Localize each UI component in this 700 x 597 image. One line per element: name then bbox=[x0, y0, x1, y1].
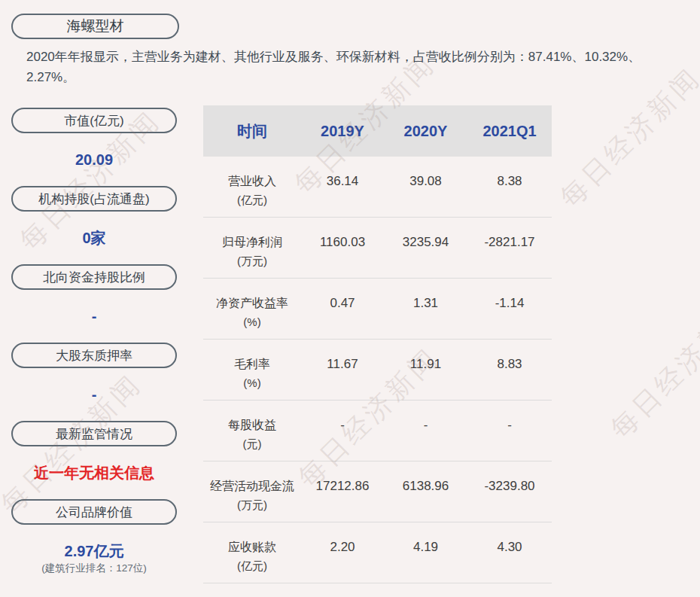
cell-value: 1.31 bbox=[384, 294, 467, 339]
market-cap-value: 20.09 bbox=[11, 151, 177, 169]
cell-value: 4.30 bbox=[467, 538, 552, 583]
row-label: 每股收益(元) bbox=[203, 416, 301, 461]
table-row-operating-cash-flow: 经营活动现金流(万元) 17212.86 6138.96 -3239.80 bbox=[203, 461, 552, 522]
cell-value: - bbox=[384, 416, 467, 461]
brand-value-industry-rank: (建筑行业排名：127位) bbox=[11, 562, 177, 574]
stock-name-label: 海螺型材 bbox=[67, 17, 124, 36]
cell-value: 6138.96 bbox=[384, 477, 467, 522]
cell-value: 3235.94 bbox=[384, 233, 467, 278]
row-label: 归母净利润(万元) bbox=[203, 233, 301, 278]
business-description: 2020年年报显示，主营业务为建材、其他行业及服务、环保新材料，占营收比例分别为… bbox=[26, 47, 689, 87]
table-header-2021q1: 2021Q1 bbox=[467, 123, 552, 140]
major-shareholder-pledge-value: - bbox=[11, 385, 177, 404]
northbound-holding-label: 北向资金持股比例 bbox=[43, 269, 145, 286]
regulatory-status-pill[interactable]: 最新监管情况 bbox=[11, 421, 177, 446]
metric-block-brand-value: 公司品牌价值 2.97亿元 (建筑行业排名：127位) bbox=[11, 499, 177, 574]
table-row-gross-margin: 毛利率(%) 11.67 11.91 8.83 bbox=[203, 340, 552, 401]
cell-value: 11.67 bbox=[301, 355, 384, 400]
table-row-net-profit: 归母净利润(万元) 1160.03 3235.94 -2821.17 bbox=[203, 218, 552, 279]
metric-block-northbound-holding: 北向资金持股比例 - bbox=[11, 264, 177, 325]
table-header-2020y: 2020Y bbox=[384, 123, 467, 140]
cell-value: 4.19 bbox=[384, 538, 467, 583]
metric-block-regulatory-status: 最新监管情况 近一年无相关信息 bbox=[11, 421, 177, 482]
northbound-holding-value: - bbox=[11, 307, 177, 325]
table-row-accounts-receivable: 应收账款(亿元) 2.20 4.19 4.30 bbox=[203, 522, 552, 583]
cell-value: - bbox=[467, 416, 552, 461]
major-shareholder-pledge-label: 大股东质押率 bbox=[56, 347, 132, 364]
brand-value-pill[interactable]: 公司品牌价值 bbox=[11, 499, 177, 525]
row-label: 净资产收益率(%) bbox=[203, 294, 301, 339]
cell-value: 0.47 bbox=[301, 294, 384, 339]
cell-value: 8.83 bbox=[467, 355, 552, 400]
cell-value: 11.91 bbox=[384, 355, 467, 400]
cell-value: 39.08 bbox=[384, 172, 467, 217]
row-label: 应收账款(亿元) bbox=[203, 538, 301, 583]
metric-block-major-shareholder-pledge: 大股东质押率 - bbox=[11, 343, 177, 404]
cell-value: 1160.03 bbox=[301, 233, 384, 278]
table-header-time: 时间 bbox=[203, 121, 301, 142]
regulatory-status-label: 最新监管情况 bbox=[56, 425, 132, 443]
brand-value-label: 公司品牌价值 bbox=[56, 504, 132, 521]
northbound-holding-pill[interactable]: 北向资金持股比例 bbox=[11, 264, 177, 290]
row-label: 经营活动现金流(万元) bbox=[203, 477, 301, 522]
cell-value: -2821.17 bbox=[467, 233, 552, 278]
cell-value: 2.20 bbox=[301, 538, 384, 583]
market-cap-label: 市值(亿元) bbox=[64, 112, 123, 129]
metric-block-market-cap: 市值(亿元) 20.09 bbox=[11, 108, 177, 169]
table-header-2019y: 2019Y bbox=[301, 123, 384, 140]
institutional-holding-label: 机构持股(占流通盘) bbox=[38, 190, 149, 208]
table-row-roe: 净资产收益率(%) 0.47 1.31 -1.14 bbox=[203, 279, 552, 340]
table-row-revenue: 营业收入(亿元) 36.14 39.08 8.38 bbox=[203, 157, 552, 218]
metric-block-institutional-holding: 机构持股(占流通盘) 0家 bbox=[11, 186, 177, 247]
cell-value: 17212.86 bbox=[301, 477, 384, 522]
cell-value: - bbox=[301, 416, 384, 461]
watermark-text: 每日经济新闻 bbox=[603, 291, 700, 448]
cell-value: 36.14 bbox=[301, 172, 384, 217]
stock-name-pill[interactable]: 海螺型材 bbox=[11, 14, 179, 39]
row-label: 营业收入(亿元) bbox=[203, 172, 301, 217]
major-shareholder-pledge-pill[interactable]: 大股东质押率 bbox=[11, 343, 177, 368]
cell-value: 8.38 bbox=[467, 172, 552, 217]
row-label: 毛利率(%) bbox=[203, 355, 301, 400]
institutional-holding-pill[interactable]: 机构持股(占流通盘) bbox=[11, 186, 177, 212]
market-cap-pill[interactable]: 市值(亿元) bbox=[11, 108, 177, 133]
table-row-eps: 每股收益(元) - - - bbox=[203, 401, 552, 461]
financial-table: 时间 2019Y 2020Y 2021Q1 营业收入(亿元) 36.14 39.… bbox=[203, 105, 552, 583]
regulatory-status-value: 近一年无相关信息 bbox=[11, 464, 177, 482]
table-header-row: 时间 2019Y 2020Y 2021Q1 bbox=[203, 105, 552, 157]
cell-value: -3239.80 bbox=[467, 477, 552, 522]
institutional-holding-value: 0家 bbox=[11, 229, 177, 247]
brand-value-value: 2.97亿元 bbox=[11, 542, 177, 560]
cell-value: -1.14 bbox=[467, 294, 552, 339]
